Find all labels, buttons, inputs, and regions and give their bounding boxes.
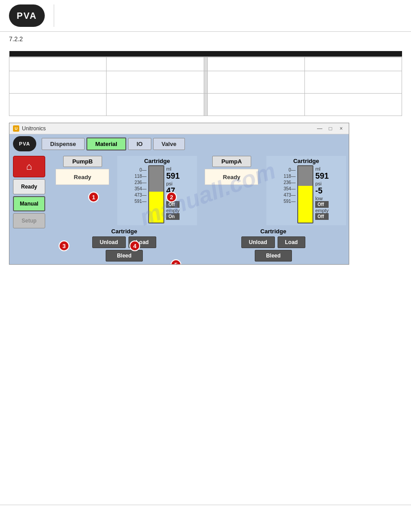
gauge-mark: 354—	[283, 186, 295, 192]
table-cell	[304, 71, 402, 94]
table-row	[9, 57, 402, 71]
gauge-b-fill	[149, 192, 163, 223]
table-cell	[9, 57, 107, 71]
gauge-mark: 591—	[134, 198, 146, 205]
unload-b-button[interactable]: Unload	[92, 236, 126, 248]
empty-label: empty	[166, 208, 180, 213]
panels-area: PumpB Ready Cartridge 0— 118— 236—	[49, 153, 349, 264]
table-divider	[204, 71, 207, 94]
minimize-button[interactable]: —	[316, 124, 324, 133]
page-header: PVA	[0, 0, 411, 32]
cartridge-a-display: 0— 118— 236— 354— 473— 591—	[283, 165, 329, 223]
header-divider	[54, 4, 54, 27]
ml-label: ml	[166, 166, 180, 172]
footer-line	[0, 505, 411, 505]
app-content: PVA Dispense Material IO Valve ⌂ Ready M…	[9, 134, 349, 264]
tab-valve[interactable]: Valve	[153, 138, 185, 150]
manual-button[interactable]: Manual	[13, 196, 45, 211]
tab-dispense[interactable]: Dispense	[42, 138, 85, 150]
pumps-row: PumpB Ready Cartridge 0— 118— 236—	[51, 156, 346, 225]
screenshot-inner: manuall.com U Unitronics — □ × PVA Dispe…	[9, 123, 349, 264]
circle-1: 1	[88, 192, 99, 202]
section-number: 7.2.2	[0, 32, 411, 44]
table-row	[9, 71, 402, 94]
empty-badge-a: Off	[315, 213, 329, 220]
gauge-mark: 473—	[134, 192, 146, 198]
ml-label-a: ml	[315, 166, 329, 172]
pump-a-button[interactable]: PumpA	[212, 156, 252, 167]
bleed-b-button[interactable]: Bleed	[106, 250, 143, 262]
table-cell	[207, 71, 304, 94]
circle-3: 3	[59, 240, 69, 251]
home-icon: ⌂	[26, 161, 32, 172]
table-cell	[107, 71, 204, 94]
pump-a-panel: PumpA Ready	[201, 156, 263, 225]
table-cell	[9, 94, 107, 116]
gauge-b-marks: 0— 118— 236— 354— 473— 591—	[134, 165, 146, 205]
pva-logo: PVA	[9, 4, 45, 27]
gauge-mark: 354—	[134, 186, 146, 192]
table-row	[9, 94, 402, 116]
ready-button[interactable]: Ready	[13, 179, 45, 194]
table-divider	[204, 94, 207, 116]
setup-button[interactable]: Setup	[13, 213, 45, 228]
win-title: Unitronics	[22, 125, 313, 132]
cartridge-a-controls: Cartridge Unload Load Bleed	[201, 228, 346, 262]
pump-b-button[interactable]: PumpB	[63, 156, 103, 167]
maximize-button[interactable]: □	[326, 124, 334, 133]
pump-a-ready-indicator: Ready	[205, 169, 258, 185]
sidebar: ⌂ Ready Manual Setup	[9, 153, 49, 264]
table-cell	[207, 94, 304, 116]
cartridge-a-btn-row: Unload Load	[241, 236, 305, 248]
load-a-button[interactable]: Load	[278, 236, 306, 248]
table-cell	[304, 57, 402, 71]
table-cell	[9, 71, 107, 94]
unitronics-icon: U	[13, 125, 19, 132]
main-area: ⌂ Ready Manual Setup PumpB Read	[9, 153, 349, 264]
gauge-a-values: ml 591 psi -5 low Off empty Off	[315, 165, 329, 220]
nav-bar: PVA Dispense Material IO Valve	[9, 134, 349, 153]
unload-a-button[interactable]: Unload	[241, 236, 275, 248]
low-label-a: low	[315, 196, 329, 201]
app-logo: PVA	[13, 136, 36, 151]
home-button[interactable]: ⌂	[13, 156, 45, 177]
cartridge-b-controls: Cartridge Unload Load Bleed	[51, 228, 197, 262]
table-cell	[304, 94, 402, 116]
psi-unit: psi	[166, 181, 180, 186]
footer-space	[0, 269, 411, 323]
low-badge-a: Off	[315, 201, 329, 208]
empty-label-a: empty	[315, 208, 329, 213]
cartridge-b-btn-row: Unload Load	[92, 236, 156, 248]
table-header	[9, 51, 402, 57]
win-controls[interactable]: — □ ×	[316, 124, 345, 133]
gauge-a-marks: 0— 118— 236— 354— 473— 591—	[283, 165, 295, 205]
pump-b-panel: PumpB Ready	[51, 156, 114, 225]
gauge-a-fill	[298, 186, 313, 223]
cartridge-a-bottom-title: Cartridge	[261, 228, 287, 235]
screenshot-wrapper: manuall.com U Unitronics — □ × PVA Dispe…	[9, 123, 349, 265]
gauge-mark: 0—	[140, 167, 147, 173]
pump-b-ready-indicator: Ready	[56, 169, 109, 185]
gauge-mark: 236—	[283, 180, 295, 186]
bleed-a-button[interactable]: Bleed	[255, 250, 292, 262]
gauge-mark: 118—	[283, 173, 295, 180]
win-titlebar: U Unitronics — □ ×	[9, 123, 349, 134]
gauge-b-visual	[148, 165, 164, 223]
close-button[interactable]: ×	[337, 124, 345, 133]
gauge-mark: 473—	[283, 192, 295, 198]
ml-value-a: 591	[315, 172, 329, 181]
tab-io[interactable]: IO	[128, 138, 151, 150]
cartridge-b-title: Cartridge	[144, 158, 170, 164]
tab-material[interactable]: Material	[86, 137, 126, 150]
table-cell	[107, 57, 204, 71]
cartridge-a-panel: Cartridge 0— 118— 236— 354— 473— 591—	[266, 156, 346, 225]
table-cell	[207, 57, 304, 71]
info-table	[9, 51, 402, 116]
psi-value-a: -5	[315, 186, 329, 196]
table-divider	[204, 57, 207, 71]
psi-unit-a: psi	[315, 181, 329, 186]
circle-2: 2	[166, 192, 177, 202]
ml-value: 591	[166, 172, 180, 181]
gauge-mark: 591—	[283, 198, 295, 205]
cartridge-a-title: Cartridge	[293, 158, 319, 164]
